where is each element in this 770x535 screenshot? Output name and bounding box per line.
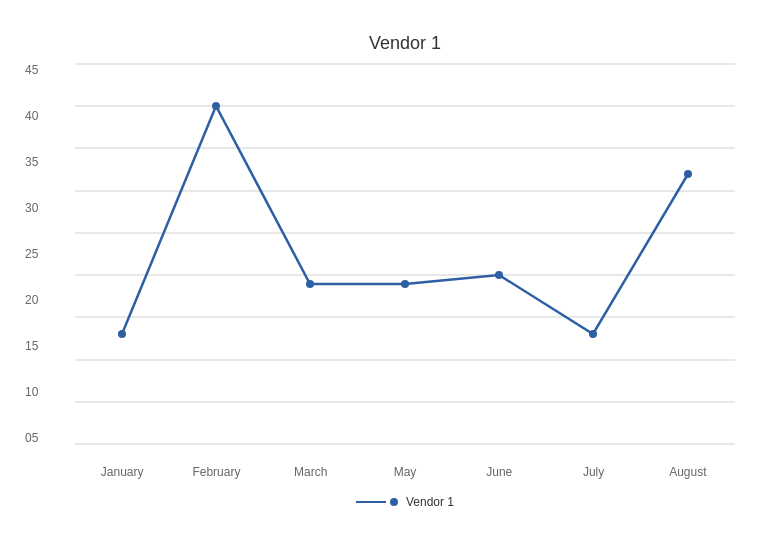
legend-label: Vendor 1 <box>406 495 454 509</box>
dot-august <box>684 170 692 178</box>
y-label-40: 40 <box>25 110 38 122</box>
dot-february <box>212 102 220 110</box>
y-label-20: 20 <box>25 294 38 306</box>
dot-july <box>589 330 597 338</box>
x-label-august: August <box>641 465 735 479</box>
chart-title: Vendor 1 <box>75 33 735 54</box>
y-label-30: 30 <box>25 202 38 214</box>
x-label-february: February <box>169 465 263 479</box>
chart-svg <box>75 64 735 444</box>
legend-dot-icon <box>390 498 398 506</box>
y-axis-labels: 45 40 35 30 25 20 15 10 05 <box>25 64 38 444</box>
x-label-july: July <box>546 465 640 479</box>
y-label-15: 15 <box>25 340 38 352</box>
dot-june <box>495 271 503 279</box>
chart-container: Vendor 1 45 40 35 30 25 20 15 10 05 <box>15 13 755 523</box>
x-label-june: June <box>452 465 546 479</box>
x-label-march: March <box>264 465 358 479</box>
y-label-45: 45 <box>25 64 38 76</box>
dot-march <box>306 280 314 288</box>
y-label-10: 10 <box>25 386 38 398</box>
y-label-25: 25 <box>25 248 38 260</box>
legend-line-icon <box>356 501 386 503</box>
x-axis-labels: January February March May June July Aug… <box>75 465 735 479</box>
x-label-may: May <box>358 465 452 479</box>
y-label-35: 35 <box>25 156 38 168</box>
chart-legend: Vendor 1 <box>356 495 454 509</box>
x-label-january: January <box>75 465 169 479</box>
chart-area: 45 40 35 30 25 20 15 10 05 <box>75 64 735 444</box>
dot-january <box>118 330 126 338</box>
y-label-05: 05 <box>25 432 38 444</box>
dot-may <box>401 280 409 288</box>
data-line <box>122 106 688 334</box>
